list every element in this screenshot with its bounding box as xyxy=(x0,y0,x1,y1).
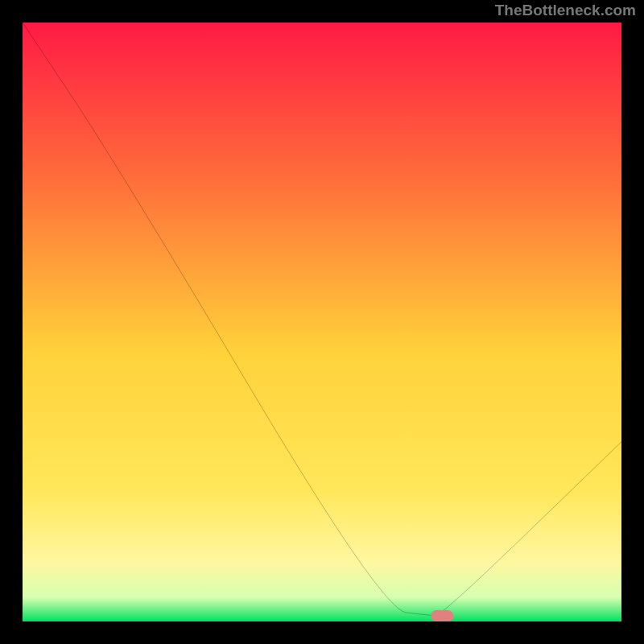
chart-container: TheBottleneck.com xyxy=(0,0,644,644)
bottleneck-curve xyxy=(23,23,621,616)
plot-frame xyxy=(23,23,621,621)
curve-layer xyxy=(23,23,621,621)
plot-area xyxy=(23,23,621,621)
optimal-marker xyxy=(431,610,453,621)
watermark-text: TheBottleneck.com xyxy=(495,2,636,19)
